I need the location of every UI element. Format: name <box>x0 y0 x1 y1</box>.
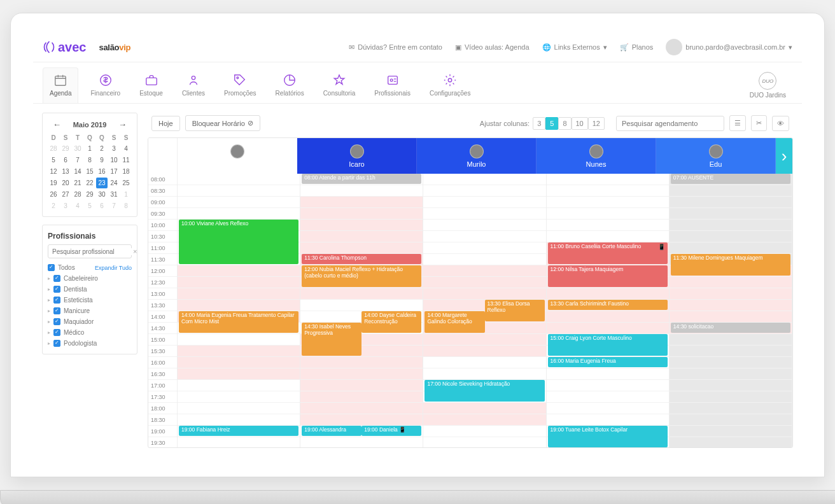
cal-day[interactable]: 2 <box>48 200 59 211</box>
cal-day[interactable]: 6 <box>96 200 108 211</box>
prof-all-row[interactable]: Todos Expandir Tudo <box>48 262 132 273</box>
cal-day[interactable]: 3 <box>60 200 71 211</box>
column-option[interactable]: 12 <box>588 117 605 130</box>
professional-column-header[interactable]: Murilo <box>417 138 537 174</box>
column-option[interactable]: 10 <box>572 117 588 130</box>
appointment-block[interactable]: 14:00 Maria Eugenia Freua Tratamento Cap… <box>179 311 298 333</box>
appointment-block[interactable]: 15:00 Craig Lyon Corte Masculino <box>548 334 668 356</box>
contact-link[interactable]: ✉Dúvidas? Entre em contato <box>349 43 442 52</box>
cal-day[interactable]: 1 <box>84 143 95 154</box>
checkbox-icon[interactable] <box>53 307 60 314</box>
cal-day[interactable]: 29 <box>60 143 71 154</box>
prof-role-row[interactable]: ▸Esteticista <box>48 295 132 305</box>
cal-day[interactable]: 19 <box>48 178 59 188</box>
appointment-block[interactable]: 14:00 Dayse Caldeira Reconstrução <box>361 311 421 333</box>
appointment-block[interactable]: 14:30 solicitacao <box>671 323 790 333</box>
cal-day[interactable]: 17 <box>108 166 120 177</box>
appointment-block[interactable]: 13:30 Elisa Dorsa Reflexo <box>485 300 545 321</box>
cal-day[interactable]: 21 <box>72 178 83 188</box>
visibility-icon[interactable]: 👁 <box>772 116 789 131</box>
cal-next[interactable]: → <box>116 120 129 129</box>
cal-day[interactable]: 18 <box>120 166 132 177</box>
cal-day[interactable]: 23 <box>96 178 108 188</box>
today-button[interactable]: Hoje <box>151 116 180 131</box>
cal-day[interactable]: 15 <box>84 166 95 177</box>
nav-consultoria[interactable]: Consultoria <box>316 67 363 103</box>
cal-day[interactable]: 30 <box>96 189 108 200</box>
appointment-block[interactable]: 12:00 Nubia Maciel Reflexo + Hidratação … <box>302 265 421 287</box>
appointment-block[interactable]: 14:30 Isabel Neves Progressiva <box>302 323 361 356</box>
checkbox-icon[interactable] <box>53 340 60 347</box>
nav-profissionais[interactable]: Profissionais <box>367 67 418 103</box>
appointment-block[interactable]: 19:00 Fabiana Hreiz <box>179 426 298 436</box>
nav-clientes[interactable]: Clientes <box>175 67 212 103</box>
cal-day[interactable]: 4 <box>120 143 132 154</box>
appointment-block[interactable]: 14:00 Margarete Galindo Coloração <box>425 311 484 333</box>
agenda-search-input[interactable] <box>616 116 724 131</box>
plans-link[interactable]: 🛒Planos <box>620 43 654 52</box>
prof-search-input[interactable] <box>52 248 133 255</box>
appointment-block[interactable]: 10:00 Viviane Alves Reflexo <box>179 220 298 264</box>
checkbox-icon[interactable] <box>53 275 60 282</box>
cal-day[interactable]: 2 <box>96 143 108 154</box>
cal-prev[interactable]: ← <box>50 120 64 129</box>
cal-day[interactable]: 16 <box>96 166 108 177</box>
professional-column-header[interactable]: Edu <box>656 138 776 174</box>
expand-all-link[interactable]: Expandir Tudo <box>95 265 132 271</box>
cal-day[interactable]: 24 <box>108 178 120 188</box>
agenda-column[interactable]: 14:00 Margarete Galindo Coloração13:30 E… <box>423 174 546 447</box>
nav-financeiro[interactable]: Financeiro <box>83 67 127 103</box>
appointment-block[interactable]: 16:00 Maria Eugenia Freua <box>548 357 668 367</box>
cal-day[interactable]: 11 <box>120 155 132 165</box>
cal-day[interactable]: 3 <box>108 143 120 154</box>
prof-search[interactable]: × <box>48 244 132 258</box>
cal-day[interactable]: 12 <box>48 166 59 177</box>
brand-logo[interactable]: avec <box>43 40 87 55</box>
cal-day[interactable]: 1 <box>120 189 132 200</box>
cal-day[interactable]: 26 <box>48 189 59 200</box>
agenda-column[interactable]: 08:00 Atende a partir das 11h11:30 Carol… <box>300 174 423 447</box>
prof-role-row[interactable]: ▸Manicure <box>48 305 132 316</box>
cal-day[interactable]: 27 <box>60 189 71 200</box>
appointment-block[interactable]: 19:00 Alessandra <box>302 426 361 436</box>
cal-day[interactable]: 7 <box>108 200 120 211</box>
appointment-block[interactable]: 19:00 Daniela 📱 <box>361 426 421 436</box>
appointment-block[interactable]: 11:30 Carolina Thompson <box>302 254 421 264</box>
prof-role-row[interactable]: ▸Médico <box>48 327 132 338</box>
cal-day[interactable]: 13 <box>60 166 71 177</box>
appointment-block[interactable]: 12:00 Nilsa Tajera Maquiagem <box>548 265 668 287</box>
nav-estoque[interactable]: Estoque <box>132 67 170 103</box>
cal-day[interactable]: 28 <box>48 143 59 154</box>
cal-day[interactable]: 5 <box>84 200 95 211</box>
nav-relatorios[interactable]: Relatórios <box>269 67 311 103</box>
appointment-block[interactable]: 11:30 Milene Domingues Maquiagem <box>671 254 790 276</box>
prof-role-row[interactable]: ▸Maquiador <box>48 316 132 327</box>
clear-icon[interactable]: × <box>133 248 137 255</box>
nav-agenda[interactable]: Agenda <box>43 67 78 103</box>
professional-column-header[interactable]: Nunes <box>537 138 656 174</box>
prof-role-row[interactable]: ▸Podologista <box>48 338 132 349</box>
nav-configuracoes[interactable]: Configurações <box>423 67 477 103</box>
cal-day[interactable]: 22 <box>84 178 95 188</box>
agenda-column[interactable]: 11:00 Bruno Caseliia Corte Masculino📱12:… <box>547 174 670 447</box>
list-view-icon[interactable]: ☰ <box>729 115 746 131</box>
cal-day[interactable]: 20 <box>60 178 71 188</box>
cal-day[interactable]: 8 <box>84 155 95 165</box>
cal-day[interactable]: 7 <box>72 155 83 165</box>
cal-day[interactable]: 10 <box>108 155 120 165</box>
external-links-dropdown[interactable]: 🌐Links Externos ▾ <box>542 43 607 52</box>
column-option[interactable]: 3 <box>533 117 545 130</box>
appointment-block[interactable]: 08:00 Atende a partir das 11h <box>302 174 421 184</box>
professional-column-header[interactable]: Matsuo <box>178 138 297 174</box>
agenda-column[interactable]: 10:00 Viviane Alves Reflexo14:00 Maria E… <box>178 174 300 447</box>
tools-icon[interactable]: ✂ <box>751 115 767 131</box>
column-option[interactable]: 5 <box>545 117 558 130</box>
cal-day[interactable]: 31 <box>108 189 120 200</box>
cal-day[interactable]: 14 <box>72 166 83 177</box>
next-professionals-arrow[interactable]: › <box>776 138 792 174</box>
checkbox-icon[interactable] <box>53 329 60 336</box>
checkbox-icon[interactable] <box>53 286 60 293</box>
cal-day[interactable]: 25 <box>120 178 132 188</box>
cal-day[interactable]: 29 <box>84 189 95 200</box>
column-option[interactable]: 8 <box>558 117 571 130</box>
